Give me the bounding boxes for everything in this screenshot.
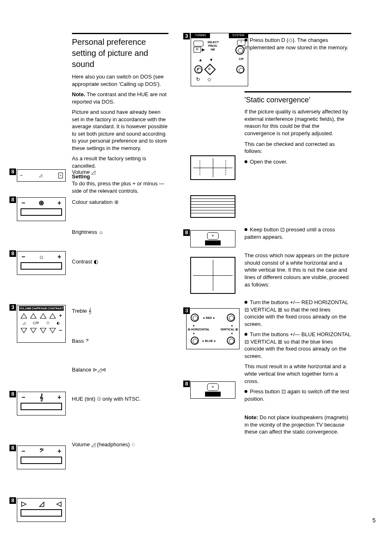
- setting-text: To do this, press the plus + or minus — …: [72, 180, 164, 194]
- label-balance: Balance ⊳◿⊲: [72, 366, 106, 374]
- page-number: 5: [372, 517, 376, 524]
- figure-brightness-panel: 8 −☼+: [10, 251, 66, 275]
- colour-plus: +: [58, 198, 61, 208]
- tag-3-remote: 3: [183, 33, 190, 39]
- ico-contrast: ◐: [57, 321, 60, 325]
- label-treble: Treble 𝄞: [72, 307, 92, 315]
- tag-8-bass: 8: [9, 445, 16, 451]
- text-blue-turn: Turn the buttons +/— BLUE HORIZONTAL ⊟ V…: [244, 331, 351, 359]
- para-press-d: Press button D (◇). The changes implemen…: [244, 33, 351, 51]
- para-blue-turn: Turn the buttons +/— BLUE HORIZONTAL ⊟ V…: [244, 331, 351, 360]
- note2-text: Do not place loudspeakers (magnets) in t…: [244, 414, 348, 435]
- hdr-contrast: CONTRAST: [48, 306, 64, 311]
- paragraph-setting: Setting To do this, press the plus + or …: [72, 173, 168, 195]
- label-brightness: Brightness ☼: [72, 228, 104, 236]
- para-open-cover: Open the cover.: [244, 158, 351, 166]
- tag-8-crossbtn1: 8: [183, 229, 190, 236]
- hdr-chpr: CH/PR: [32, 306, 41, 311]
- adjbox-red-label: ◄ RED ►: [202, 316, 216, 320]
- figure-colour-panel: 8 −⊛+: [10, 197, 66, 221]
- para-press-again: Press button ⊡ again to switch off the t…: [244, 388, 351, 402]
- tag-8-brightness: 8: [9, 250, 16, 257]
- remote-button-t: T: [237, 40, 245, 46]
- label-hue: HUE (tint) ⦾ only with NTSC.: [72, 395, 141, 403]
- adjbox-vert-label: VERTICAL ⊞: [220, 328, 238, 331]
- para-blue-result: This must result in a white horizontal a…: [244, 363, 351, 385]
- figure-bar-lines: [184, 195, 235, 218]
- adjbox-blue-label: ◄ BLUE ►: [201, 339, 217, 343]
- note-label: Note.: [72, 91, 85, 97]
- text-press-d: Press button D (◇). The changes implemen…: [244, 37, 348, 51]
- tag-8-volume: 8: [9, 168, 16, 175]
- label-volume: Volume ◿: [72, 168, 95, 176]
- para-cross-white: The cross which now appears on the pictu…: [244, 252, 351, 288]
- middle-figure-column: 3 TUNING SYSTEM T SELECT PROG. NR B ▶ ▲ …: [184, 33, 242, 86]
- tag-8-crossbtn2: 8: [183, 381, 190, 387]
- remote-button-d: D: [208, 67, 210, 71]
- ico-hue: ⦾: [46, 321, 49, 325]
- crossbtn-rect-1: +: [207, 232, 219, 240]
- figure-crosspattern-button: 8 +: [184, 230, 235, 247]
- hdr-hue: HUE: [41, 306, 47, 311]
- figure-screen-lines-top: [184, 155, 235, 180]
- label-colour: Colour saturation ⊛: [72, 198, 119, 206]
- text-red-turn: Turn the buttons +/— RED HORIZONTAL ⊟ VE…: [244, 299, 348, 327]
- remote-button-a: A: [197, 67, 199, 71]
- tag-3-contrast: 3: [9, 304, 16, 311]
- tag-8-treble: 8: [9, 391, 16, 397]
- remote-cp-label: C/P: [239, 57, 244, 61]
- figure-contrast-panel: 3 VOLUME CH/PR HUE CONTRAST + ◿ C/P ⦾ ◐ …: [10, 305, 66, 343]
- volume-minus-icon: −: [20, 172, 23, 179]
- heading-personal-preference: Personal preference setting of picture a…: [72, 33, 168, 70]
- tag-8-balance: 8: [9, 497, 16, 504]
- figure-bass-panel: 8 −𝄢+: [10, 445, 66, 469]
- remote-button-b: B: [194, 47, 201, 53]
- remote-nr-label: NR: [211, 48, 215, 51]
- para-red-turn: Turn the buttons +/— RED HORIZONTAL ⊟ VE…: [244, 299, 351, 328]
- text-keep-button: Keep button ⊡ pressed until a cross patt…: [244, 226, 335, 240]
- figure-adjust-box: 3 ◄ RED ► ▲ ▲ ⊟ HORIZONTAL VERTICAL ⊞ ▼ …: [184, 308, 240, 349]
- paragraph-note-contrast: Note. The contrast and the HUE are not r…: [72, 91, 168, 105]
- figure-crosspattern-screen: [184, 257, 235, 294]
- crossbtn-rect-2: +: [207, 383, 219, 391]
- tag-8-colour: 8: [9, 196, 16, 203]
- para-static-1b: This can be checked and corrected as fol…: [244, 141, 351, 155]
- right-text-column: Press button D (◇). The changes implemen…: [244, 33, 351, 439]
- remote-tuning-label: TUNING: [191, 33, 210, 38]
- figure-remote: TUNING SYSTEM T SELECT PROG. NR B ▶ ▲ ▼ …: [191, 33, 248, 86]
- figure-crosspattern-button-2: 8 +: [184, 381, 235, 399]
- bullet-icon: [244, 39, 247, 42]
- ico-cp: C/P: [33, 321, 39, 325]
- bal-left-icon: ▷: [21, 499, 26, 509]
- bal-right-icon: ◁: [56, 499, 61, 509]
- label-headphones: Volume ◿ (headphones) ♢: [72, 441, 136, 448]
- note-text: The contrast and the HUE are not reporte…: [72, 91, 166, 105]
- para-note-loudspeakers: Note: Do not place loudspeakers (magnets…: [244, 414, 351, 436]
- para-keep-button: Keep button ⊡ pressed until a cross patt…: [244, 226, 351, 240]
- text-open-cover: Open the cover.: [250, 159, 288, 165]
- note2-label: Note:: [244, 414, 258, 420]
- text-press-again: Press button ⊡ again to switch off the t…: [244, 388, 349, 402]
- ico-vol: ◿: [23, 321, 25, 325]
- remote-diamond-icon: ◇: [208, 76, 211, 83]
- manual-page: Personal preference setting of picture a…: [0, 0, 392, 547]
- heading-static-convergence: 'Static convergence': [244, 91, 351, 105]
- paragraph-factory: Picture and sound have already been set …: [72, 108, 168, 152]
- figure-volume-panel: 8 − ◿ +: [10, 169, 66, 182]
- figure-balance-panel: 8 ▷◿◁: [10, 498, 66, 522]
- adjbox-horiz-label: ⊟ HORIZONTAL: [188, 328, 210, 331]
- hdr-volume: VOLUME: [19, 306, 31, 311]
- para-static-1: If the picture quality is adversely affe…: [244, 108, 351, 137]
- figure-treble-panel: 8 −𝄞+: [10, 392, 66, 415]
- label-bass: Bass 𝄢: [72, 337, 89, 345]
- colour-minus: −: [21, 198, 25, 208]
- paragraph-dos: Here also you can switch on DOS (see app…: [72, 73, 168, 88]
- paragraph-factory-cancel: As a result the factory setting is cance…: [72, 155, 168, 169]
- label-contrast: Contrast ◐: [72, 258, 98, 265]
